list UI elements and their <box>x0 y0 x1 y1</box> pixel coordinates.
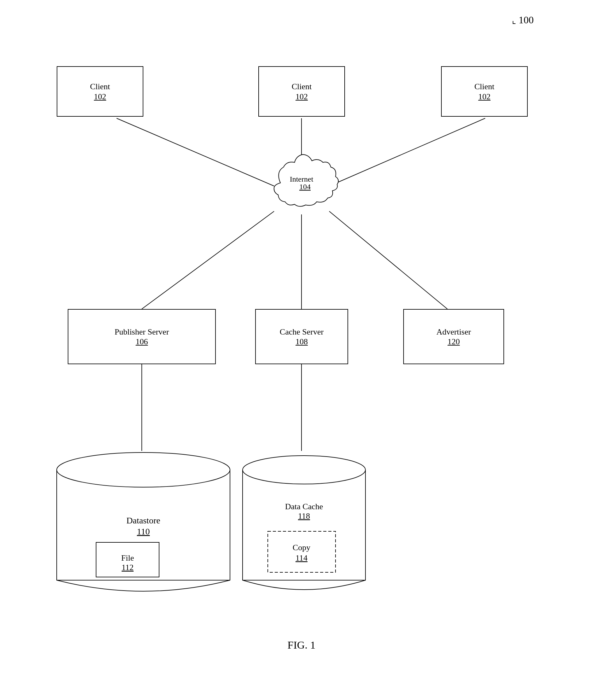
svg-point-18 <box>243 456 365 484</box>
advertiser-label: Advertiser <box>436 327 471 338</box>
publisher-server-label: Publisher Server <box>115 327 169 338</box>
client3-num: 102 <box>478 92 491 102</box>
cache-server-box: Cache Server 108 <box>255 309 348 364</box>
fig-label: FIG. 1 <box>288 639 316 651</box>
svg-point-11 <box>57 452 230 487</box>
client1-box: Client 102 <box>57 66 143 117</box>
svg-line-0 <box>116 118 274 186</box>
diagram: ⌞ 100 Internet 104 Client 102 <box>0 0 603 700</box>
publisher-server-box: Publisher Server 106 <box>68 309 216 364</box>
client1-num: 102 <box>94 92 106 102</box>
svg-line-3 <box>142 211 274 309</box>
svg-text:104: 104 <box>299 182 311 191</box>
client3-label: Client <box>474 81 495 92</box>
publisher-server-num: 106 <box>136 337 148 347</box>
datastore-svg: Datastore 110 File 112 <box>50 451 236 599</box>
client2-num: 102 <box>295 92 308 102</box>
client2-label: Client <box>292 81 312 92</box>
svg-line-5 <box>329 211 447 309</box>
svg-text:File: File <box>121 553 134 562</box>
client2-box: Client 102 <box>258 66 345 117</box>
client3-box: Client 102 <box>441 66 528 117</box>
advertiser-num: 120 <box>448 337 460 347</box>
client1-label: Client <box>90 81 110 92</box>
advertiser-box: Advertiser 120 <box>403 309 504 364</box>
svg-line-2 <box>329 118 485 186</box>
svg-text:Internet: Internet <box>290 175 313 183</box>
svg-text:Copy: Copy <box>293 543 310 552</box>
svg-text:112: 112 <box>122 563 134 572</box>
svg-text:118: 118 <box>298 511 310 521</box>
svg-text:Data Cache: Data Cache <box>285 502 323 511</box>
data-cache-svg: Data Cache 118 Copy 114 <box>236 451 372 599</box>
svg-text:114: 114 <box>295 553 308 562</box>
svg-text:Datastore: Datastore <box>126 516 160 525</box>
cache-server-label: Cache Server <box>280 327 323 338</box>
cache-server-num: 108 <box>295 337 308 347</box>
svg-text:110: 110 <box>137 527 150 536</box>
